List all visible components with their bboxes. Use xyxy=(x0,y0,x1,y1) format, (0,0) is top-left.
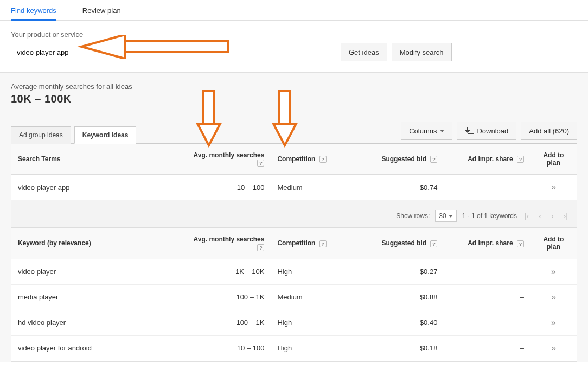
cell-avg-monthly: 1K – 10K xyxy=(184,259,271,284)
th-search-terms[interactable]: Search Terms xyxy=(11,144,184,175)
th-avg-monthly[interactable]: Avg. monthly searches ? xyxy=(184,144,271,175)
cell-suggested-bid: $0.27 xyxy=(357,259,444,284)
cell-avg-monthly: 100 – 1K xyxy=(184,310,271,335)
th-share-label-2: Ad impr. share xyxy=(468,239,513,247)
th-ad-impr-share[interactable]: Ad impr. share ? xyxy=(444,144,530,175)
cell-term: video player app xyxy=(11,175,184,200)
th-add-to-plan: Add to plan xyxy=(531,144,577,175)
show-rows-label: Show rows: xyxy=(396,212,430,220)
th-bid-label-2: Suggested bid xyxy=(381,239,426,247)
cell-competition: High xyxy=(271,259,357,284)
cell-suggested-bid: $0.40 xyxy=(357,310,444,335)
cell-term: video player for android xyxy=(11,335,184,361)
help-icon[interactable]: ? xyxy=(257,160,264,167)
help-icon[interactable]: ? xyxy=(517,156,524,163)
cell-competition: Medium xyxy=(271,284,357,310)
help-icon[interactable]: ? xyxy=(517,240,524,247)
cell-suggested-bid: $0.18 xyxy=(357,335,444,361)
cell-ad-impr-share: – xyxy=(444,310,530,335)
th-ad-impr-share-2[interactable]: Ad impr. share ? xyxy=(444,228,530,259)
th-competition-2[interactable]: Competition ? xyxy=(271,228,357,259)
th-add-to-plan-2: Add to plan xyxy=(531,228,577,259)
avg-monthly-label: Average monthly searches for all ideas xyxy=(11,82,577,91)
caret-down-icon xyxy=(440,130,444,132)
pager-range: 1 - 1 of 1 keywords xyxy=(462,212,517,220)
cell-term: hd video player xyxy=(11,310,184,335)
download-label: Download xyxy=(477,127,508,135)
avg-monthly-value: 10K – 100K xyxy=(11,93,577,105)
columns-label: Columns xyxy=(409,127,437,135)
th-share-label: Ad impr. share xyxy=(468,155,513,163)
table-row: video player for android10 – 100High$0.1… xyxy=(11,335,577,361)
th-competition[interactable]: Competition ? xyxy=(271,144,357,175)
th-competition-label-2: Competition xyxy=(277,239,315,247)
add-to-plan-button[interactable]: » xyxy=(531,259,577,284)
th-keyword-relevance[interactable]: Keyword (by relevance) xyxy=(11,228,184,259)
tab-ad-group-ideas[interactable]: Ad group ideas xyxy=(11,126,71,144)
results-section: Average monthly searches for all ideas 1… xyxy=(0,73,588,362)
th-suggested-bid-2[interactable]: Suggested bid ? xyxy=(357,228,444,259)
rows-per-page-select[interactable]: 30 xyxy=(435,210,456,222)
th-competition-label: Competition xyxy=(277,155,315,163)
tab-review-plan[interactable]: Review plan xyxy=(82,0,131,20)
th-bid-label: Suggested bid xyxy=(381,155,426,163)
pager-prev-icon[interactable]: ‹ xyxy=(536,212,544,220)
table-row: video player app10 – 100Medium$0.74–» xyxy=(11,175,577,200)
cell-avg-monthly: 100 – 1K xyxy=(184,284,271,310)
add-to-plan-button[interactable]: » xyxy=(531,284,577,310)
pager-first-icon[interactable]: |‹ xyxy=(522,212,531,220)
help-icon[interactable]: ? xyxy=(319,156,327,163)
pager-last-icon[interactable]: ›| xyxy=(561,212,570,220)
add-to-plan-button[interactable]: » xyxy=(531,310,577,335)
table-row: video player1K – 10KHigh$0.27–» xyxy=(11,259,577,284)
cell-suggested-bid: $0.88 xyxy=(357,284,444,310)
help-icon[interactable]: ? xyxy=(319,240,327,247)
search-terms-table-wrap: Search Terms Avg. monthly searches ? Com… xyxy=(11,144,577,362)
add-to-plan-button[interactable]: » xyxy=(531,175,577,200)
th-avg-monthly-label-2: Avg. monthly searches xyxy=(194,235,265,243)
help-icon[interactable]: ? xyxy=(257,244,264,251)
table-row: media player100 – 1KMedium$0.88–» xyxy=(11,284,577,310)
tab-find-keywords[interactable]: Find keywords xyxy=(11,0,66,20)
rows-per-page-value: 30 xyxy=(439,212,446,220)
download-button[interactable]: Download xyxy=(457,122,516,140)
help-icon[interactable]: ? xyxy=(430,240,437,247)
pager-next-icon[interactable]: › xyxy=(549,212,556,220)
cell-term: video player xyxy=(11,259,184,284)
cell-term: media player xyxy=(11,284,184,310)
get-ideas-button[interactable]: Get ideas xyxy=(341,43,387,61)
cell-avg-monthly: 10 – 100 xyxy=(184,175,271,200)
table-row: hd video player100 – 1KHigh$0.40–» xyxy=(11,310,577,335)
search-label: Your product or service xyxy=(11,30,577,39)
cell-competition: High xyxy=(271,310,357,335)
add-to-plan-button[interactable]: » xyxy=(531,335,577,361)
cell-avg-monthly: 10 – 100 xyxy=(184,335,271,361)
th-avg-monthly-label: Avg. monthly searches xyxy=(194,151,265,159)
ideas-bar: Ad group ideas Keyword ideas Columns Dow… xyxy=(11,122,577,144)
top-tabs: Find keywords Review plan xyxy=(0,0,588,21)
search-terms-table: Search Terms Avg. monthly searches ? Com… xyxy=(11,144,577,200)
cell-suggested-bid: $0.74 xyxy=(357,175,444,200)
keyword-relevance-table: Keyword (by relevance) Avg. monthly sear… xyxy=(11,228,577,361)
cell-ad-impr-share: – xyxy=(444,284,530,310)
search-section: Your product or service Get ideas Modify… xyxy=(0,21,588,73)
cell-competition: High xyxy=(271,335,357,361)
tab-keyword-ideas[interactable]: Keyword ideas xyxy=(74,126,137,144)
product-service-input[interactable] xyxy=(11,43,336,61)
caret-down-icon xyxy=(449,215,453,218)
cell-competition: Medium xyxy=(271,175,357,200)
cell-ad-impr-share: – xyxy=(444,259,530,284)
cell-ad-impr-share: – xyxy=(444,335,530,361)
add-all-button[interactable]: Add all (620) xyxy=(521,122,577,140)
th-avg-monthly-2[interactable]: Avg. monthly searches ? xyxy=(184,228,271,259)
columns-button[interactable]: Columns xyxy=(401,122,452,140)
pager-bar: Show rows: 30 1 - 1 of 1 keywords |‹ ‹ ›… xyxy=(11,205,577,228)
help-icon[interactable]: ? xyxy=(430,156,437,163)
th-suggested-bid[interactable]: Suggested bid ? xyxy=(357,144,444,175)
modify-search-button[interactable]: Modify search xyxy=(392,43,452,61)
cell-ad-impr-share: – xyxy=(444,175,530,200)
